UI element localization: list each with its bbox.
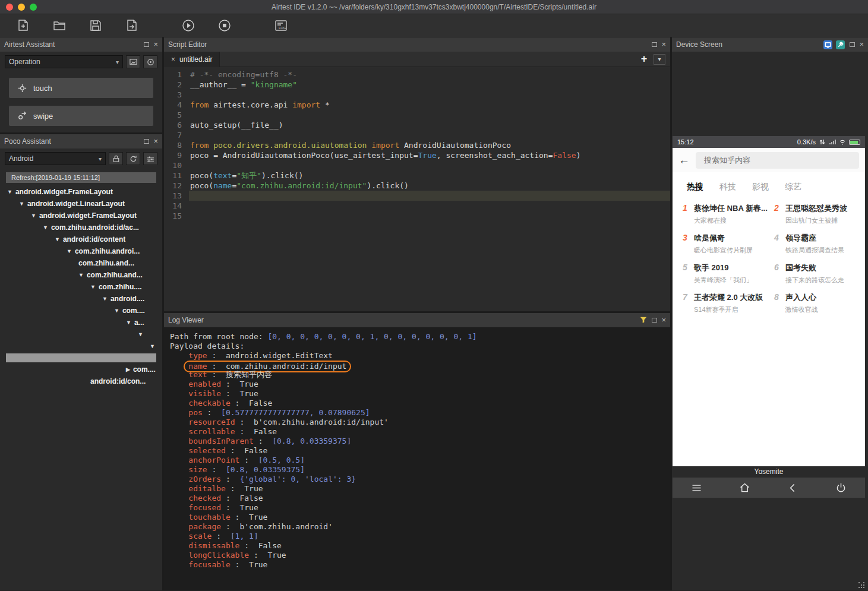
chevron-down-icon[interactable]: ▼ [55, 236, 60, 242]
trending-item[interactable]: 6国考失败接下来的路该怎么走 [772, 263, 861, 285]
record-button[interactable] [143, 55, 157, 68]
code-line[interactable]: poco = AndroidUiautomationPoco(use_airte… [189, 150, 670, 160]
poco-tree-node[interactable]: android:id/con... [0, 375, 162, 387]
float-panel-icon[interactable] [144, 42, 149, 47]
poco-tree-node[interactable]: ▼android.widget.FrameLayout [0, 186, 162, 198]
zhihu-tab-3[interactable]: 综艺 [785, 182, 801, 192]
close-panel-icon[interactable]: × [859, 42, 864, 48]
power-button-icon[interactable] [835, 482, 847, 494]
poco-tree-node[interactable] [6, 353, 156, 362]
float-panel-icon[interactable] [850, 42, 855, 47]
zhihu-tab-2[interactable]: 影视 [752, 182, 769, 192]
float-panel-icon[interactable] [652, 42, 657, 47]
refresh-button[interactable] [126, 152, 140, 165]
lock-button[interactable] [109, 152, 123, 165]
float-panel-icon[interactable] [144, 139, 149, 144]
open-script-button[interactable] [49, 17, 70, 34]
new-tab-button[interactable]: + [637, 53, 651, 65]
close-panel-icon[interactable]: × [153, 138, 158, 144]
touch-action-button[interactable]: touch [8, 77, 154, 99]
chevron-down-icon[interactable]: ▼ [90, 284, 96, 290]
save-script-button[interactable] [86, 17, 106, 34]
code-line[interactable]: poco(text="知乎").click() [189, 170, 670, 181]
code-line[interactable] [189, 191, 670, 201]
code-line[interactable] [189, 110, 670, 120]
poco-tree-node[interactable]: ▼com.zhihu.and... [0, 269, 162, 281]
log-output[interactable]: Path from root node: [0, 0, 0, 0, 0, 0, … [164, 327, 670, 590]
screen-mirror-button[interactable] [823, 40, 832, 49]
code-line[interactable]: auto_setup(__file__) [189, 120, 670, 130]
device-tools-button[interactable] [836, 40, 845, 49]
close-tab-icon[interactable]: × [171, 56, 175, 62]
run-script-button[interactable] [178, 17, 198, 34]
save-as-button[interactable] [122, 17, 142, 34]
code-line[interactable]: from poco.drivers.android.uiautomation i… [189, 140, 670, 150]
code-line[interactable] [189, 201, 670, 211]
close-panel-icon[interactable]: × [661, 42, 666, 48]
poco-tree-node[interactable]: ▼com.... [0, 305, 162, 317]
tab-untitled-air[interactable]: × untitled.air [164, 52, 220, 67]
trending-item[interactable]: 7王者荣耀 2.0 大改版S14新赛季开启 [681, 292, 770, 314]
refresh-timestamp[interactable]: Refresh:[2019-01-19 15:11:12] [6, 172, 156, 183]
poco-tree-node[interactable]: ▼android.widget.LinearLayout [0, 198, 162, 210]
resize-grip[interactable] [858, 582, 866, 589]
filter-button[interactable] [639, 315, 648, 325]
zhihu-app-screen[interactable]: ← 搜索知乎内容 热搜科技影视综艺 1蔡徐坤任 NBA 新春...大家都在搜2王… [673, 148, 865, 466]
code-editor[interactable]: 123456789101112131415 # -*- encoding=utf… [164, 67, 670, 311]
close-window-button[interactable] [6, 4, 13, 11]
code-line[interactable]: poco(name="com.zhihu.android:id/input").… [189, 181, 670, 191]
chevron-down-icon[interactable]: ▼ [19, 201, 24, 207]
operation-dropdown[interactable]: Operation ▾ [5, 55, 123, 68]
poco-tree-node[interactable]: com.zhihu.and... [0, 257, 162, 269]
zhihu-search-input[interactable]: 搜索知乎内容 [696, 152, 859, 169]
poco-tree-node[interactable]: ▼ [0, 328, 162, 340]
trending-item[interactable]: 5歌手 2019吴青峰演绎「我们」 [681, 263, 770, 285]
close-panel-icon[interactable]: × [661, 317, 666, 323]
chevron-down-icon[interactable]: ▼ [102, 296, 108, 302]
zhihu-tab-0[interactable]: 热搜 [687, 182, 703, 192]
menu-button-icon[interactable] [690, 482, 703, 494]
snapshot-button[interactable] [126, 55, 140, 68]
zhihu-tab-1[interactable]: 科技 [719, 182, 736, 192]
minimize-window-button[interactable] [18, 4, 25, 11]
chevron-down-icon[interactable]: ▼ [150, 343, 155, 349]
poco-tree-node[interactable]: ▶com.... [0, 364, 162, 375]
trending-item[interactable]: 8声入人心激情收官战 [772, 292, 861, 314]
poco-tree-node[interactable]: ▼android.widget.FrameLayout [0, 210, 162, 222]
trending-item[interactable]: 3啥是佩奇暖心电影宣传片刷屏 [681, 233, 770, 255]
float-panel-icon[interactable] [652, 318, 657, 323]
poco-tree-node[interactable]: ▼com.zhihu.android:id/ac... [0, 222, 162, 233]
log-view-button[interactable]: LOG [271, 17, 291, 34]
home-button-icon[interactable] [738, 482, 751, 494]
trending-item[interactable]: 2王思聪怒怼吴秀波因出轨门女主被捕 [772, 203, 861, 225]
poco-mode-dropdown[interactable]: Android ▾ [5, 152, 106, 165]
code-line[interactable]: # -*- encoding=utf8 -*- [189, 69, 670, 80]
trending-item[interactable]: 1蔡徐坤任 NBA 新春...大家都在搜 [681, 203, 770, 225]
tab-list-dropdown[interactable]: ▾ [654, 54, 665, 65]
chevron-down-icon[interactable]: ▼ [114, 308, 119, 314]
back-arrow-icon[interactable]: ← [678, 154, 690, 167]
back-button-icon[interactable] [787, 482, 799, 494]
new-script-button[interactable] [13, 17, 33, 34]
chevron-down-icon[interactable]: ▼ [126, 320, 131, 325]
chevron-down-icon[interactable]: ▼ [67, 248, 72, 254]
swipe-action-button[interactable]: swipe [8, 105, 154, 127]
poco-tree-node[interactable]: ▼ [0, 340, 162, 352]
chevron-down-icon[interactable]: ▼ [31, 213, 36, 219]
poco-tree-node[interactable]: ▼com.zhihu.... [0, 281, 162, 293]
chevron-right-icon[interactable]: ▶ [126, 366, 130, 372]
chevron-down-icon[interactable]: ▼ [78, 272, 84, 278]
poco-tree-node[interactable]: ▼a... [0, 317, 162, 328]
poco-tree-node[interactable]: ▼com.zhihu.androi... [0, 245, 162, 257]
code-content[interactable]: # -*- encoding=utf8 -*-__author__ = "kin… [189, 69, 670, 311]
poco-settings-button[interactable] [143, 152, 157, 165]
code-line[interactable] [189, 160, 670, 170]
code-line[interactable] [189, 130, 670, 140]
chevron-down-icon[interactable]: ▼ [138, 331, 143, 337]
poco-tree-node[interactable]: ▼android:id/content [0, 233, 162, 245]
chevron-down-icon[interactable]: ▼ [43, 225, 48, 230]
chevron-down-icon[interactable]: ▼ [7, 189, 12, 195]
code-line[interactable] [189, 211, 670, 221]
poco-tree-node[interactable]: ▼android.... [0, 293, 162, 305]
close-panel-icon[interactable]: × [153, 42, 158, 48]
